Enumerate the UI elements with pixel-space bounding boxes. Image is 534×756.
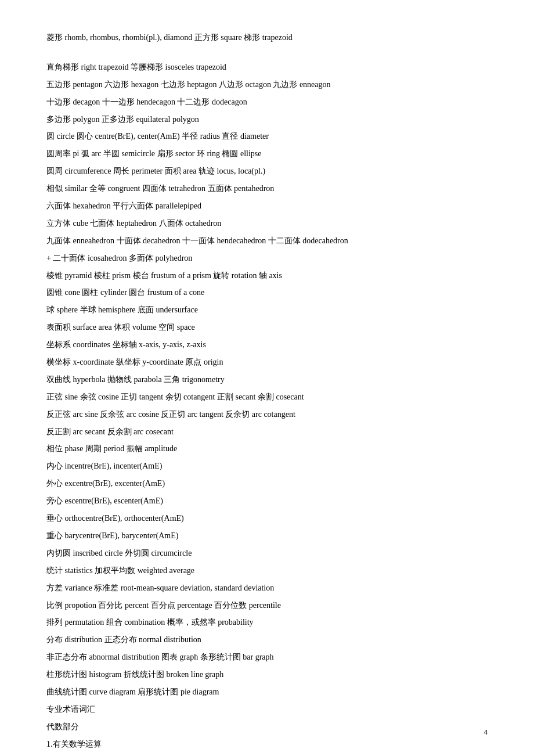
text-line: 圆 circle 圆心 centre(BrE), center(AmE) 半径 … [46,128,488,145]
text-line: 排列 permutation 组合 combination 概率，或然率 pro… [46,614,488,631]
text-line: 五边形 pentagon 六边形 hexagon 七边形 heptagon 八边… [46,76,488,93]
text-line: 垂心 orthocentre(BrE), orthocenter(AmE) [46,510,488,527]
text-line: 曲线统计图 curve diagram 扇形统计图 pie diagram [46,683,488,701]
text-line: + 二十面体 icosahedron 多面体 polyhedron [46,250,488,267]
text-line: 内心 incentre(BrE), incenter(AmE) [46,458,488,475]
text-line [46,46,488,53]
text-line: 方差 variance 标准差 root-mean-square deviati… [46,579,488,597]
text-line: 横坐标 x-coordinate 纵坐标 y-coordinate 原点 ori… [46,354,488,371]
text-line: 专业术语词汇 [46,701,488,718]
text-line: 棱锥 pyramid 棱柱 prism 棱台 frustum of a pris… [46,267,488,285]
text-line: 旁心 escentre(BrE), escenter(AmE) [46,492,488,510]
text-line: 1.有关数学运算 [46,736,488,753]
text-line: 多边形 polygon 正多边形 equilateral polygon [46,111,488,128]
text-line: 统计 statistics 加权平均数 weighted average [46,562,488,579]
page-number: 4 [484,725,488,739]
text-line: 圆周率 pi 弧 arc 半圆 semicircle 扇形 sector 环 r… [46,145,488,163]
page-content: 菱形 rhomb, rhombus, rhombi(pl.), diamond … [46,29,488,756]
text-line: 圆周 circumference 周长 perimeter 面积 area 轨迹… [46,163,488,180]
text-line: 球 sphere 半球 hemisphere 底面 undersurface [46,301,488,319]
text-line: 重心 barycentre(BrE), barycenter(AmE) [46,527,488,545]
text-line: add，plus 加 subtract 减 difference 差 multi… [46,753,488,756]
text-line: 十边形 decagon 十一边形 hendecagon 十二边形 dodecag… [46,93,488,111]
text-line: 反正割 arc secant 反余割 arc cosecant [46,423,488,441]
text-line: 菱形 rhomb, rhombus, rhombi(pl.), diamond … [46,29,488,46]
text-line: 柱形统计图 histogram 折线统计图 broken line graph [46,666,488,683]
text-line: 圆锥 cone 圆柱 cylinder 圆台 frustum of a cone [46,284,488,301]
text-line: 分布 distribution 正态分布 normal distribution [46,631,488,649]
text-line: 坐标系 coordinates 坐标轴 x-axis, y-axis, z-ax… [46,336,488,354]
text-line: 表面积 surface area 体积 volume 空间 space [46,319,488,336]
text-line: 立方体 cube 七面体 heptahedron 八面体 octahedron [46,215,488,232]
text-line: 九面体 enneahedron 十面体 decahedron 十一面体 hend… [46,232,488,250]
text-line: 相似 similar 全等 congruent 四面体 tetrahedron … [46,180,488,197]
text-line: 非正态分布 abnormal distribution 图表 graph 条形统… [46,649,488,666]
text-line: 代数部分 [46,718,488,736]
text-line: 双曲线 hyperbola 抛物线 parabola 三角 trigonomet… [46,371,488,388]
text-line: 内切圆 inscribed circle 外切圆 circumcircle [46,545,488,562]
text-line: 直角梯形 right trapezoid 等腰梯形 isosceles trap… [46,59,488,76]
text-line: 外心 excentre(BrE), excenter(AmE) [46,475,488,492]
text-line: 六面体 hexahedron 平行六面体 parallelepiped [46,197,488,215]
text-body: 菱形 rhomb, rhombus, rhombi(pl.), diamond … [46,29,488,756]
text-line: 相位 phase 周期 period 振幅 amplitude [46,440,488,458]
text-line: 比例 propotion 百分比 percent 百分点 percentage … [46,597,488,614]
text-line: 反正弦 arc sine 反余弦 arc cosine 反正切 arc tang… [46,406,488,423]
text-line: 正弦 sine 余弦 cosine 正切 tangent 余切 cotangen… [46,388,488,406]
